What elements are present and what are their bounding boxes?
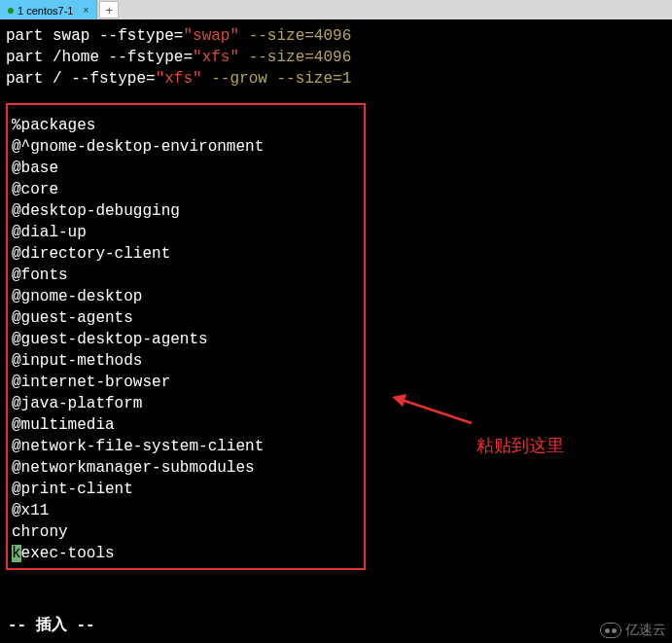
pkg-line: @internet-browser [12, 372, 360, 393]
pkg-line: %packages [12, 115, 360, 136]
svg-marker-0 [392, 394, 407, 407]
watermark-text: 亿速云 [625, 622, 666, 639]
pkg-line: @guest-agents [12, 307, 360, 329]
vim-status-line: -- 插入 -- [8, 615, 95, 635]
add-tab-button[interactable]: + [99, 1, 119, 18]
pkg-line: @desktop-debugging [12, 200, 360, 222]
pkg-line: @dial-up [12, 222, 360, 243]
arrow-icon [389, 389, 477, 428]
pkg-line: @guest-desktop-agents [12, 329, 360, 350]
watermark: 亿速云 [600, 622, 666, 639]
pkg-line: @networkmanager-submodules [12, 457, 360, 479]
pkg-cursor-line: kexec-tools [12, 543, 360, 564]
tab-label: 1 centos7-1 [18, 5, 73, 17]
pkg-line: @gnome-desktop [12, 286, 360, 307]
pkg-line: @base [12, 158, 360, 179]
annotation-arrow [389, 389, 477, 428]
pkg-line: @core [12, 179, 360, 200]
annotation-text: 粘贴到这里 [477, 434, 564, 457]
watermark-icon [600, 623, 621, 638]
pkg-line: @network-file-system-client [12, 436, 360, 457]
pkg-line: @directory-client [12, 243, 360, 265]
pkg-line: @print-client [12, 479, 360, 500]
pkg-line: @input-methods [12, 350, 360, 372]
tab-bar: 1 centos7-1 × + [0, 0, 672, 19]
close-icon[interactable]: × [83, 5, 88, 16]
pkg-line: @java-platform [12, 393, 360, 414]
pkg-line: chrony [12, 521, 360, 543]
terminal-output[interactable]: part swap --fstype="swap" --size=4096 pa… [0, 19, 672, 570]
part-swap-line: part swap --fstype="swap" --size=4096 [6, 25, 666, 47]
pkg-line: @^gnome-desktop-environment [12, 136, 360, 158]
tab-status-dot [8, 8, 14, 14]
pkg-line: @fonts [12, 265, 360, 286]
part-root-line: part / --fstype="xfs" --grow --size=1 [6, 68, 666, 89]
pkg-line: @x11 [12, 500, 360, 521]
tab-centos7-1[interactable]: 1 centos7-1 × [0, 0, 97, 19]
packages-highlight-box: %packages @^gnome-desktop-environment @b… [6, 103, 366, 570]
cursor: k [12, 545, 21, 562]
part-home-line: part /home --fstype="xfs" --size=4096 [6, 47, 666, 68]
pkg-line: @multimedia [12, 414, 360, 436]
